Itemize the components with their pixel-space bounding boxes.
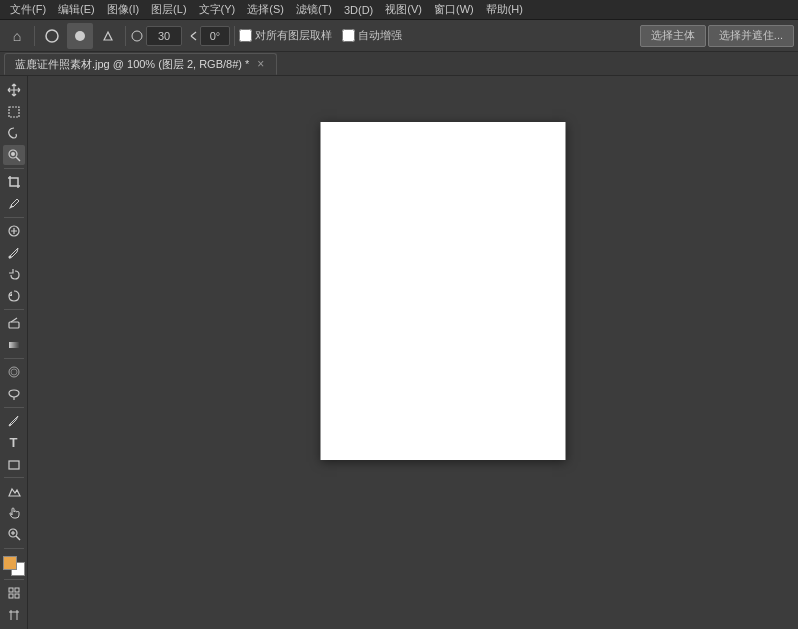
- svg-point-2: [132, 31, 142, 41]
- all-layers-label[interactable]: 对所有图层取样: [239, 28, 332, 43]
- color-swatches[interactable]: [3, 556, 25, 577]
- svg-rect-23: [15, 594, 19, 598]
- svg-rect-21: [15, 588, 19, 592]
- home-button[interactable]: ⌂: [4, 23, 30, 49]
- menu-3d[interactable]: 3D(D): [338, 2, 379, 18]
- svg-point-5: [11, 152, 15, 156]
- brush-shape-btn-3[interactable]: [95, 23, 121, 49]
- eraser-tool-btn[interactable]: [3, 313, 25, 334]
- menu-file[interactable]: 文件(F): [4, 0, 52, 19]
- brush-angle-input[interactable]: [200, 26, 230, 46]
- quick-select-tool-btn[interactable]: [3, 145, 25, 166]
- brush-shape-group: [39, 23, 121, 49]
- main-area: T: [0, 76, 798, 629]
- zoom-tool-btn[interactable]: [3, 524, 25, 545]
- doc-tab-close[interactable]: ×: [255, 57, 266, 71]
- text-icon: T: [10, 435, 18, 450]
- menu-image[interactable]: 图像(I): [101, 0, 145, 19]
- select-mask-button[interactable]: 选择并遮住...: [708, 25, 794, 47]
- crop-tool-btn[interactable]: [3, 172, 25, 193]
- brush-shape-btn-1[interactable]: [39, 23, 65, 49]
- hand-tool-btn[interactable]: [3, 503, 25, 524]
- tool-sep-6: [4, 477, 24, 478]
- extra-tool-btn[interactable]: [3, 583, 25, 604]
- tool-sep-3: [4, 309, 24, 310]
- path-select-tool-btn[interactable]: [3, 481, 25, 502]
- svg-point-8: [8, 255, 11, 258]
- auto-enhance-checkbox[interactable]: [342, 29, 355, 42]
- tool-sep-2: [4, 217, 24, 218]
- size-group: [130, 26, 182, 46]
- svg-rect-20: [9, 588, 13, 592]
- pen-tool-btn[interactable]: [3, 411, 25, 432]
- brush-size-input[interactable]: [146, 26, 182, 46]
- history-tool-btn[interactable]: [3, 285, 25, 306]
- healing-tool-btn[interactable]: [3, 221, 25, 242]
- menu-window[interactable]: 窗口(W): [428, 0, 480, 19]
- toolbar-sep-3: [234, 26, 235, 46]
- menu-select[interactable]: 选择(S): [241, 0, 290, 19]
- menu-help[interactable]: 帮助(H): [480, 0, 529, 19]
- menu-text[interactable]: 文字(Y): [193, 0, 242, 19]
- blur-tool-btn[interactable]: [3, 362, 25, 383]
- tool-sep-7: [4, 548, 24, 549]
- svg-rect-3: [9, 107, 19, 117]
- hand-extra-btn[interactable]: [3, 605, 25, 626]
- marquee-tool-btn[interactable]: [3, 102, 25, 123]
- document-tabs: 蓝鹿证件照素材.jpg @ 100% (图层 2, RGB/8#) * ×: [0, 52, 798, 76]
- select-subject-button[interactable]: 选择主体: [640, 25, 706, 47]
- gradient-tool-btn[interactable]: [3, 334, 25, 355]
- svg-point-12: [11, 369, 17, 375]
- svg-point-14: [9, 424, 11, 426]
- menu-filter[interactable]: 滤镜(T): [290, 0, 338, 19]
- tool-sep-8: [4, 579, 24, 580]
- fg-color-swatch[interactable]: [3, 556, 17, 570]
- svg-rect-22: [9, 594, 13, 598]
- doc-tab-title: 蓝鹿证件照素材.jpg @ 100% (图层 2, RGB/8#) *: [15, 57, 249, 72]
- menu-bar: 文件(F) 编辑(E) 图像(I) 图层(L) 文字(Y) 选择(S) 滤镜(T…: [0, 0, 798, 20]
- dodge-tool-btn[interactable]: [3, 383, 25, 404]
- svg-point-1: [75, 31, 85, 41]
- move-tool-btn[interactable]: [3, 80, 25, 101]
- canvas-document: [321, 122, 566, 460]
- all-layers-checkbox[interactable]: [239, 29, 252, 42]
- angle-icon: [184, 29, 198, 43]
- menu-view[interactable]: 视图(V): [379, 0, 428, 19]
- brush-tool-btn[interactable]: [3, 242, 25, 263]
- left-toolbar: T: [0, 76, 28, 629]
- lasso-tool-btn[interactable]: [3, 123, 25, 144]
- svg-line-17: [16, 536, 20, 540]
- eyedropper-tool-btn[interactable]: [3, 193, 25, 214]
- doc-tab-main[interactable]: 蓝鹿证件照素材.jpg @ 100% (图层 2, RGB/8#) * ×: [4, 53, 277, 75]
- svg-rect-10: [9, 342, 19, 348]
- menu-layer[interactable]: 图层(L): [145, 0, 192, 19]
- tool-sep-5: [4, 407, 24, 408]
- toolbar-sep-1: [34, 26, 35, 46]
- svg-line-6: [16, 157, 20, 161]
- svg-rect-9: [9, 322, 19, 328]
- shape-tool-btn[interactable]: [3, 454, 25, 475]
- size-icon: [130, 29, 144, 43]
- menu-edit[interactable]: 编辑(E): [52, 0, 101, 19]
- auto-enhance-label[interactable]: 自动增强: [342, 28, 402, 43]
- svg-rect-15: [9, 461, 19, 469]
- tool-sep-4: [4, 358, 24, 359]
- canvas-area: [28, 76, 798, 629]
- svg-point-0: [46, 30, 58, 42]
- text-tool-btn[interactable]: T: [3, 432, 25, 453]
- options-bar: ⌂ 对所有图层取样 自动增强 选择主体 选择并遮住...: [0, 20, 798, 52]
- angle-group: [184, 26, 230, 46]
- clone-tool-btn[interactable]: [3, 264, 25, 285]
- toolbar-sep-2: [125, 26, 126, 46]
- brush-shape-btn-2[interactable]: [67, 23, 93, 49]
- tool-sep-1: [4, 168, 24, 169]
